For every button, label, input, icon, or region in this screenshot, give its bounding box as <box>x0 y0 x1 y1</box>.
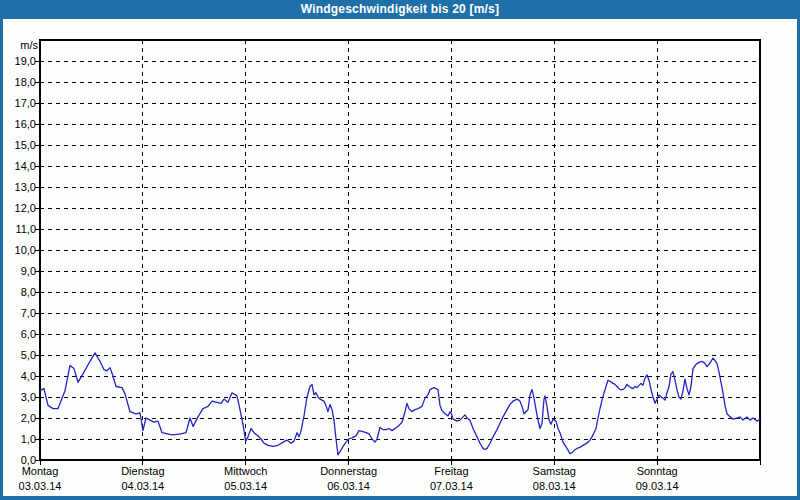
y-axis-tick-label: 1,0 <box>0 433 36 446</box>
x-axis-day-label: Dienstag <box>92 465 194 478</box>
wind-speed-line <box>40 353 760 455</box>
y-axis-tick-label: 17,0 <box>0 97 36 110</box>
y-axis-tick-label: 8,0 <box>0 286 36 299</box>
x-axis-day-label: Sonntag <box>606 465 708 478</box>
y-axis-tick-label: 15,0 <box>0 139 36 152</box>
wind-chart-window: Windgeschwindigkeit bis 20 [m/s] m/s0,01… <box>0 0 800 500</box>
x-axis-day-label: Samstag <box>503 465 605 478</box>
x-axis-day-label: Donnerstag <box>298 465 400 478</box>
x-axis-day-label: Mittwoch <box>195 465 297 478</box>
x-axis-day-label: Montag <box>0 465 91 478</box>
x-axis-day-label: Freitag <box>400 465 502 478</box>
x-axis-date-label: 06.03.14 <box>298 480 400 493</box>
y-axis-tick-label: 6,0 <box>0 328 36 341</box>
y-axis-tick-label: 11,0 <box>0 223 36 236</box>
x-axis-date-label: 08.03.14 <box>503 480 605 493</box>
x-axis-date-label: 03.03.14 <box>0 480 91 493</box>
x-axis-date-label: 04.03.14 <box>92 480 194 493</box>
y-axis-tick-label: 7,0 <box>0 307 36 320</box>
y-axis-tick-label: 14,0 <box>0 160 36 173</box>
y-axis-tick-label: 16,0 <box>0 118 36 131</box>
wind-speed-chart <box>0 0 800 500</box>
y-axis-tick-label: 13,0 <box>0 181 36 194</box>
y-axis-tick-label: 9,0 <box>0 265 36 278</box>
x-axis-date-label: 09.03.14 <box>606 480 708 493</box>
y-axis-tick-label: 18,0 <box>0 76 36 89</box>
y-axis-tick-label: 3,0 <box>0 391 36 404</box>
x-axis-date-label: 07.03.14 <box>400 480 502 493</box>
y-axis-tick-label: 2,0 <box>0 412 36 425</box>
y-axis-tick-label: 4,0 <box>0 370 36 383</box>
y-axis-tick-label: 10,0 <box>0 244 36 257</box>
y-axis-tick-label: 5,0 <box>0 349 36 362</box>
y-axis-tick-label: 19,0 <box>0 55 36 68</box>
y-axis-unit-label: m/s <box>0 39 38 52</box>
x-axis-date-label: 05.03.14 <box>195 480 297 493</box>
y-axis-tick-label: 12,0 <box>0 202 36 215</box>
